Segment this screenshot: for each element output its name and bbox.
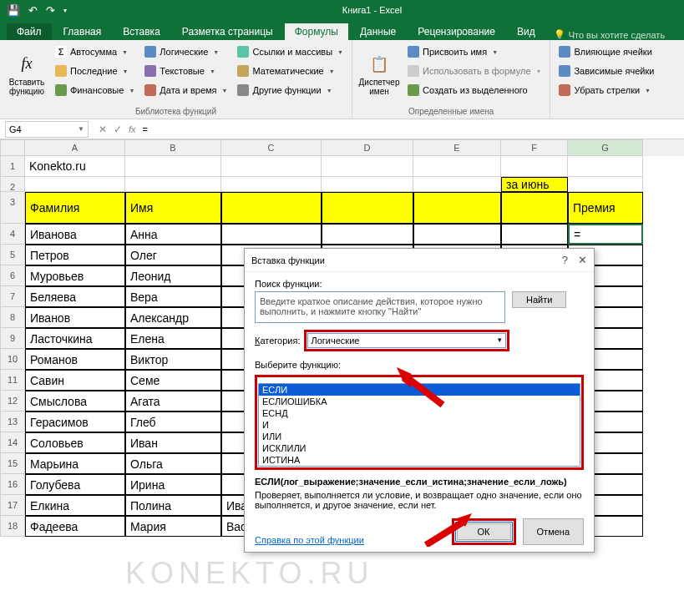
formula-input[interactable] <box>143 124 477 134</box>
find-button[interactable]: Найти <box>512 291 566 308</box>
cell-lastname[interactable]: Марьина <box>25 453 125 474</box>
datetime-button[interactable]: Дата и время▼ <box>141 81 231 99</box>
row-header[interactable]: 11 <box>0 370 25 391</box>
cell-lastname[interactable]: Фадеева <box>25 516 125 537</box>
col-header-e[interactable]: E <box>413 139 501 156</box>
cell-lastname[interactable]: Романов <box>25 349 125 370</box>
create-from-selection-button[interactable]: Создать из выделенного <box>404 81 545 99</box>
row-header[interactable]: 18 <box>0 516 25 537</box>
cell[interactable] <box>125 177 221 192</box>
cell-firstname[interactable]: Ирина <box>125 474 221 495</box>
tab-formulas[interactable]: Формулы <box>285 23 348 40</box>
header-firstname[interactable]: Имя <box>125 192 221 224</box>
cell-firstname[interactable]: Семе <box>125 370 221 391</box>
cell-a1[interactable]: Konekto.ru <box>25 156 125 177</box>
help-link[interactable]: Справка по этой функции <box>255 535 364 545</box>
cell-lastname[interactable]: Соловьев <box>25 432 125 453</box>
trace-precedents-button[interactable]: Влияющие ячейки <box>555 43 657 61</box>
insert-function-button[interactable]: fx Вставитьфункцию <box>5 43 48 105</box>
cell[interactable] <box>413 177 501 192</box>
lookup-button[interactable]: Ссылки и массивы▼ <box>234 43 347 61</box>
cell-lastname[interactable]: Беляева <box>25 286 125 307</box>
cell-firstname[interactable]: Вера <box>125 286 221 307</box>
cell-firstname[interactable]: Александр <box>125 307 221 328</box>
tell-me-search[interactable]: 💡 Что вы хотите сделать <box>554 29 665 40</box>
cell-lastname[interactable]: Савин <box>25 370 125 391</box>
col-header-b[interactable]: B <box>125 139 221 156</box>
cell[interactable] <box>221 177 322 192</box>
cell-lastname[interactable]: Петров <box>25 245 125 265</box>
row-header[interactable]: 6 <box>0 265 25 286</box>
cell[interactable] <box>322 177 413 192</box>
redo-icon[interactable]: ↷ <box>46 4 55 17</box>
cancel-icon[interactable]: ✕ <box>99 124 107 135</box>
cell[interactable] <box>413 224 501 245</box>
cell-lastname[interactable]: Иванова <box>25 224 125 245</box>
cell-firstname[interactable]: Глеб <box>125 412 221 432</box>
text-button[interactable]: Текстовые▼ <box>141 62 231 80</box>
row-header[interactable]: 8 <box>0 307 25 328</box>
cell-lastname[interactable]: Ласточкина <box>25 328 125 349</box>
select-all-corner[interactable] <box>0 139 25 156</box>
help-icon[interactable]: ? <box>562 254 568 266</box>
function-item[interactable]: ЕСЛИОШИБКА <box>259 396 580 407</box>
cell-firstname[interactable]: Олег <box>125 245 221 265</box>
ok-button[interactable]: ОК <box>457 523 511 540</box>
cell-lastname[interactable]: Муровьев <box>25 265 125 286</box>
math-button[interactable]: Математические▼ <box>234 62 347 80</box>
tab-insert[interactable]: Вставка <box>113 23 170 40</box>
row-header[interactable]: 3 <box>0 192 25 224</box>
row-header[interactable]: 1 <box>0 156 25 177</box>
cancel-button[interactable]: Отмена <box>523 518 584 545</box>
col-header-d[interactable]: D <box>322 139 413 156</box>
row-header[interactable]: 12 <box>0 391 25 412</box>
cell[interactable] <box>25 177 125 192</box>
cell-firstname[interactable]: Ольга <box>125 453 221 474</box>
cell-g4[interactable]: = <box>568 224 643 245</box>
function-item[interactable]: ИЛИ <box>259 431 580 442</box>
cell[interactable] <box>322 224 413 245</box>
save-icon[interactable]: 💾 <box>7 4 20 17</box>
row-header[interactable]: 4 <box>0 224 25 245</box>
function-item[interactable]: ИСКЛИЛИ <box>259 442 580 454</box>
financial-button[interactable]: Финансовые▼ <box>52 81 138 99</box>
name-box[interactable]: G4 ▼ <box>5 121 89 138</box>
cell[interactable] <box>501 192 568 224</box>
row-header[interactable]: 10 <box>0 349 25 370</box>
cell-firstname[interactable]: Мария <box>125 516 221 537</box>
cell-firstname[interactable]: Виктор <box>125 349 221 370</box>
tab-data[interactable]: Данные <box>350 23 406 40</box>
function-item[interactable]: ИСТИНА <box>259 454 580 466</box>
enter-icon[interactable]: ✓ <box>114 124 122 135</box>
fx-bar-icon[interactable]: fx <box>129 124 136 134</box>
tab-view[interactable]: Вид <box>507 23 545 40</box>
name-box-dropdown-icon[interactable]: ▼ <box>78 125 84 133</box>
autosum-button[interactable]: ΣАвтосумма▼ <box>52 43 138 61</box>
cell-lastname[interactable]: Герасимов <box>25 412 125 432</box>
cell[interactable] <box>221 224 322 245</box>
col-header-a[interactable]: A <box>25 139 125 156</box>
cell-lastname[interactable]: Елкина <box>25 495 125 516</box>
define-name-button[interactable]: Присвоить имя▼ <box>404 43 545 61</box>
cell-firstname[interactable]: Агата <box>125 391 221 412</box>
search-function-input[interactable]: Введите краткое описание действия, котор… <box>255 291 505 323</box>
col-header-f[interactable]: F <box>501 139 568 156</box>
cell-firstname[interactable]: Елена <box>125 328 221 349</box>
tab-review[interactable]: Рецензирование <box>408 23 505 40</box>
logical-button[interactable]: Логические▼ <box>141 43 231 61</box>
cell[interactable] <box>322 192 413 224</box>
cell[interactable] <box>501 224 568 245</box>
name-manager-button[interactable]: 📋 Диспетчеримен <box>357 43 401 105</box>
header-lastname[interactable]: Фамилия <box>25 192 125 224</box>
use-in-formula-button[interactable]: Использовать в формуле▼ <box>404 62 545 80</box>
tab-home[interactable]: Главная <box>53 23 112 40</box>
col-header-c[interactable]: C <box>221 139 322 156</box>
function-item[interactable]: ЕСЛИ <box>259 384 580 396</box>
cell[interactable] <box>221 156 322 177</box>
function-item[interactable]: ЕСНД <box>259 407 580 419</box>
cell[interactable]: за июнь <box>501 177 568 192</box>
cell[interactable] <box>568 156 643 177</box>
cell[interactable] <box>568 177 643 192</box>
cell[interactable] <box>221 192 322 224</box>
row-header[interactable]: 2 <box>0 177 25 192</box>
